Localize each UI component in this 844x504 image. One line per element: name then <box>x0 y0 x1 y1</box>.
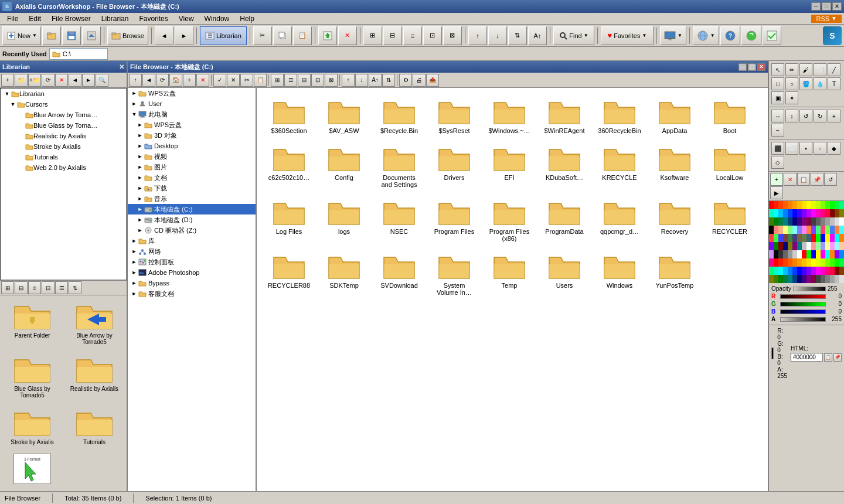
color-cell[interactable] <box>816 267 821 275</box>
color-cell[interactable] <box>774 217 778 226</box>
folder-item[interactable]: ProgramData <box>538 195 591 246</box>
folder-item[interactable]: Program Files <box>428 195 481 246</box>
fb-tree-wps2[interactable]: ► WPS云盘 <box>128 120 256 130</box>
color-cell[interactable] <box>806 275 811 283</box>
color-cell[interactable] <box>835 226 839 234</box>
color-cell[interactable] <box>811 275 816 283</box>
sync-button[interactable] <box>741 26 761 45</box>
color-cell[interactable] <box>830 217 835 226</box>
color-cell[interactable] <box>783 267 788 275</box>
color-cell[interactable] <box>797 250 802 258</box>
folder-item[interactable]: $WinREAgent <box>538 94 591 138</box>
color-cell[interactable] <box>778 258 783 267</box>
color-cell[interactable] <box>825 275 830 283</box>
color-cell[interactable] <box>792 250 797 258</box>
color-cell[interactable] <box>788 275 792 283</box>
fb-tree-cd[interactable]: ► CD 驱动器 (Z:) <box>128 225 256 236</box>
find-button[interactable]: Find ▼ <box>553 26 594 45</box>
folder-item[interactable]: $Recycle.Bin <box>373 94 426 138</box>
thumb-tutorials[interactable]: Tutorials <box>64 404 124 449</box>
fb-tree-3d[interactable]: ► 3D 对象 <box>128 130 256 141</box>
lib-refresh-btn[interactable]: ⟳ <box>42 74 55 87</box>
tool-line[interactable]: ╱ <box>828 63 840 76</box>
menu-file[interactable]: File <box>2 13 23 24</box>
tool-circle[interactable]: ○ <box>785 77 798 90</box>
folder-item[interactable]: $Windows.~… <box>483 94 536 138</box>
folder-item[interactable]: Program Files(x86) <box>483 195 536 246</box>
tool-rotate-r[interactable]: ↻ <box>814 110 826 122</box>
recently-used-label[interactable]: Recently Used <box>2 50 47 57</box>
tool-6[interactable]: ◇ <box>771 156 784 169</box>
color-cell[interactable] <box>806 242 811 250</box>
color-copy-btn[interactable]: 📋 <box>797 173 810 186</box>
color-cell[interactable] <box>825 226 830 234</box>
lib-delete-btn[interactable]: ✕ <box>55 74 68 87</box>
color-cell[interactable] <box>816 275 821 283</box>
color-cell[interactable] <box>839 234 844 242</box>
menu-librarian[interactable]: Librarian <box>97 13 134 24</box>
color-cell[interactable] <box>839 275 844 283</box>
color-cell[interactable] <box>802 217 806 226</box>
folder-item[interactable]: $AV_ASW <box>318 94 370 138</box>
folder-item[interactable]: $SysReset <box>428 94 481 138</box>
sort1-button[interactable]: ↑ <box>468 26 487 45</box>
validate-button[interactable] <box>763 26 781 45</box>
thumb-blueglass[interactable]: Blue Glass by Tornado5 <box>2 351 62 402</box>
color-cell[interactable] <box>821 226 825 234</box>
color-cell[interactable] <box>769 201 774 209</box>
color-cell[interactable] <box>802 209 806 217</box>
color-cell[interactable] <box>774 242 778 250</box>
color-cell[interactable] <box>830 275 835 283</box>
color-cell[interactable] <box>835 267 839 275</box>
color-cell[interactable] <box>839 250 844 258</box>
color-cell[interactable] <box>783 250 788 258</box>
folder-item[interactable]: RECYCLER88 <box>263 248 315 300</box>
color-cell[interactable] <box>821 275 825 283</box>
color-cell[interactable] <box>797 234 802 242</box>
fb-tree-network[interactable]: ► 网络 <box>128 246 256 257</box>
address-input[interactable]: C:\ <box>49 48 108 60</box>
color-cell[interactable] <box>821 258 825 267</box>
thumb-view1-btn[interactable]: ⊞ <box>1 281 14 294</box>
color-cell[interactable] <box>792 217 797 226</box>
fb-print-btn[interactable]: 🖨 <box>413 74 426 87</box>
color-cell[interactable] <box>806 234 811 242</box>
tree-blueglass[interactable]: Blue Glass by Torna… <box>1 120 126 131</box>
tree-tutorials[interactable]: Tutorials <box>1 152 126 162</box>
sort4-button[interactable]: A↑ <box>528 26 547 45</box>
back-button[interactable]: ◄ <box>155 26 173 45</box>
copy-button[interactable] <box>273 26 292 45</box>
fb-add-btn[interactable]: + <box>183 74 196 87</box>
folder-item[interactable]: Ksoftware <box>648 141 701 192</box>
color-cell[interactable] <box>802 275 806 283</box>
fb-tree-music[interactable]: ► ♪ 音乐 <box>128 193 256 204</box>
fb-tree-pictures[interactable]: ► 图片 <box>128 162 256 172</box>
fb-x-btn[interactable]: ✕ <box>227 74 240 87</box>
fb-sort-asc[interactable]: ↑ <box>342 74 355 87</box>
color-cell[interactable] <box>788 201 792 209</box>
export-button[interactable] <box>318 26 337 45</box>
folder-item[interactable]: EFI <box>483 141 536 192</box>
fb-tree-docs[interactable]: ► 文档 <box>128 172 256 183</box>
color-cell[interactable] <box>835 234 839 242</box>
color-cell[interactable] <box>774 201 778 209</box>
color-cell[interactable] <box>811 267 816 275</box>
fb-view1[interactable]: ⊞ <box>271 74 284 87</box>
color-cell[interactable] <box>769 217 774 226</box>
folder-item[interactable]: AppData <box>648 94 701 138</box>
color-cell[interactable] <box>830 226 835 234</box>
tree-librarian-root[interactable]: ▼ Librarian <box>1 88 126 99</box>
color-cell[interactable] <box>769 275 774 283</box>
color-cell[interactable] <box>802 201 806 209</box>
minimize-button[interactable]: ─ <box>811 2 821 11</box>
fb-view4[interactable]: ⊡ <box>311 74 324 87</box>
fb-copy-btn[interactable]: 📋 <box>254 74 267 87</box>
fb-view5[interactable]: ⊠ <box>325 74 338 87</box>
forward-button[interactable]: ► <box>175 26 193 45</box>
view2-button[interactable]: ⊟ <box>383 26 402 45</box>
fb-cut-btn[interactable]: ✂ <box>240 74 253 87</box>
color-cell[interactable] <box>788 258 792 267</box>
tool-rect[interactable]: □ <box>771 77 784 90</box>
color-cell[interactable] <box>778 209 783 217</box>
color-cell[interactable] <box>788 217 792 226</box>
